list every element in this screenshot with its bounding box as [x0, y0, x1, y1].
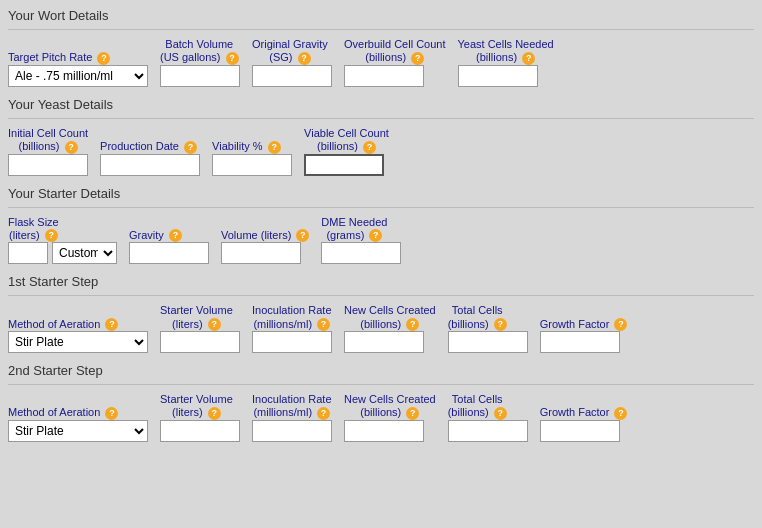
- step1-growth-label: Growth Factor ?: [540, 318, 628, 332]
- step1-volume-label: Starter Volume (liters) ?: [160, 304, 233, 331]
- cell-count-input[interactable]: 100: [8, 154, 88, 176]
- batch-volume-help-icon[interactable]: ?: [226, 52, 239, 65]
- step2-aeration-help-icon[interactable]: ?: [105, 407, 118, 420]
- step2-total-input[interactable]: 2542: [448, 420, 528, 442]
- volume-field: Volume (liters) ? 2.5: [221, 229, 309, 265]
- volume-help-icon[interactable]: ?: [296, 229, 309, 242]
- step1-inoc-help-icon[interactable]: ?: [317, 318, 330, 331]
- step2-aeration-field: Method of Aeration ? Stir Plate Shake Fl…: [8, 406, 148, 442]
- step1-title: 1st Starter Step: [8, 274, 754, 289]
- dme-help-icon[interactable]: ?: [369, 229, 382, 242]
- step2-growth-input[interactable]: 5.01: [540, 420, 620, 442]
- step1-growth-help-icon[interactable]: ?: [614, 318, 627, 331]
- starter-row: Flask Size (liters) ? 5 Custom 0.5 1 2 3…: [8, 216, 754, 265]
- flask-size-label: Flask Size (liters) ?: [8, 216, 59, 243]
- step2-volume-input[interactable]: 15: [160, 420, 240, 442]
- og-input[interactable]: 1.060: [252, 65, 332, 87]
- step2-volume-help-icon[interactable]: ?: [208, 407, 221, 420]
- pitch-rate-label: Target Pitch Rate ?: [8, 51, 110, 65]
- volume-input[interactable]: 2.5: [221, 242, 301, 264]
- yeast-section: Your Yeast Details Initial Cell Count (b…: [8, 97, 754, 176]
- starter-section: Your Starter Details Flask Size (liters)…: [8, 186, 754, 265]
- step1-new-cells-input[interactable]: 353: [344, 331, 424, 353]
- og-help-icon[interactable]: ?: [298, 52, 311, 65]
- overbuild-help-icon[interactable]: ?: [411, 52, 424, 65]
- yeast-row: Initial Cell Count (billions) ? 100 Prod…: [8, 127, 754, 176]
- viability-input[interactable]: 70: [212, 154, 292, 176]
- flask-custom-select[interactable]: Custom 0.5 1 2 3 4 5: [52, 242, 117, 264]
- pitch-rate-field: Target Pitch Rate ? Ale - .75 million/ml…: [8, 51, 148, 87]
- dme-label: DME Needed (grams) ?: [321, 216, 387, 243]
- cells-needed-help-icon[interactable]: ?: [522, 52, 535, 65]
- flask-size-input[interactable]: 5: [8, 242, 48, 264]
- step2-new-cells-help-icon[interactable]: ?: [406, 407, 419, 420]
- step2-volume-field: Starter Volume (liters) ? 15: [160, 393, 240, 442]
- starter-title: Your Starter Details: [8, 186, 754, 201]
- step1-volume-help-icon[interactable]: ?: [208, 318, 221, 331]
- pitch-rate-select[interactable]: Ale - .75 million/ml Lager - 1.5 million…: [8, 65, 148, 87]
- viable-cell-label: Viable Cell Count (billions) ?: [304, 127, 389, 154]
- step1-aeration-select[interactable]: Stir Plate Shake Flask No Aeration: [8, 331, 148, 353]
- step1-volume-input[interactable]: 2.5: [160, 331, 240, 353]
- step2-inoc-help-icon[interactable]: ?: [317, 407, 330, 420]
- viable-cell-field: Viable Cell Count (billions) ? 70: [304, 127, 389, 176]
- step2-total-field: Total Cells (billions) ? 2542: [448, 393, 528, 442]
- overbuild-field: Overbuild Cell Count (billions) ? 0: [344, 38, 446, 87]
- dme-field: DME Needed (grams) ? 252: [321, 216, 401, 265]
- step1-inoc-label: Inoculation Rate (millions/ml) ?: [252, 304, 332, 331]
- overbuild-input[interactable]: 0: [344, 65, 424, 87]
- step1-inoc-field: Inoculation Rate (millions/ml) ? 28: [252, 304, 332, 353]
- step1-total-field: Total Cells (billions) ? 423: [448, 304, 528, 353]
- step2-new-cells-input[interactable]: 2119: [344, 420, 424, 442]
- step2-total-label: Total Cells (billions) ?: [448, 393, 507, 420]
- step1-aeration-label: Method of Aeration ?: [8, 318, 118, 332]
- flask-input-row: 5 Custom 0.5 1 2 3 4 5: [8, 242, 117, 264]
- step1-new-cells-help-icon[interactable]: ?: [406, 318, 419, 331]
- viable-cell-input[interactable]: 70: [304, 154, 384, 176]
- gravity-label: Gravity ?: [129, 229, 182, 243]
- flask-help-icon[interactable]: ?: [45, 229, 58, 242]
- dme-input[interactable]: 252: [321, 242, 401, 264]
- step1-aeration-help-icon[interactable]: ?: [105, 318, 118, 331]
- step1-inoc-input[interactable]: 28: [252, 331, 332, 353]
- step1-total-label: Total Cells (billions) ?: [448, 304, 507, 331]
- viability-label: Viability % ?: [212, 140, 281, 154]
- yeast-title: Your Yeast Details: [8, 97, 754, 112]
- flask-size-field: Flask Size (liters) ? 5 Custom 0.5 1 2 3…: [8, 216, 117, 265]
- step2-growth-help-icon[interactable]: ?: [614, 407, 627, 420]
- step2-inoc-input[interactable]: 28.2: [252, 420, 332, 442]
- step1-aeration-field: Method of Aeration ? Stir Plate Shake Fl…: [8, 318, 148, 354]
- step2-inoc-label: Inoculation Rate (millions/ml) ?: [252, 393, 332, 420]
- step1-total-input[interactable]: 423: [448, 331, 528, 353]
- viable-cell-help-icon[interactable]: ?: [363, 141, 376, 154]
- og-field: Original Gravity (SG) ? 1.060: [252, 38, 332, 87]
- pitch-rate-help-icon[interactable]: ?: [97, 52, 110, 65]
- cell-count-label: Initial Cell Count (billions) ?: [8, 127, 88, 154]
- cell-count-help-icon[interactable]: ?: [65, 141, 78, 154]
- step2-new-cells-label: New Cells Created (billions) ?: [344, 393, 436, 420]
- gravity-input[interactable]: 1.037: [129, 242, 209, 264]
- step2-growth-field: Growth Factor ? 5.01: [540, 406, 628, 442]
- viability-help-icon[interactable]: ?: [268, 141, 281, 154]
- viability-field: Viability % ? 70: [212, 140, 292, 176]
- prod-date-field: Production Date ? 12/04/2020: [100, 140, 200, 176]
- prod-date-help-icon[interactable]: ?: [184, 141, 197, 154]
- batch-volume-field: Batch Volume (US gallons) ? 31: [160, 38, 240, 87]
- cells-needed-field: Yeast Cells Needed (billions) ? 1297: [458, 38, 554, 87]
- step1-new-cells-field: New Cells Created (billions) ? 353: [344, 304, 436, 353]
- step2-total-help-icon[interactable]: ?: [494, 407, 507, 420]
- batch-volume-label: Batch Volume (US gallons) ?: [160, 38, 239, 65]
- gravity-help-icon[interactable]: ?: [169, 229, 182, 242]
- batch-volume-input[interactable]: 31: [160, 65, 240, 87]
- og-label: Original Gravity (SG) ?: [252, 38, 328, 65]
- step1-volume-field: Starter Volume (liters) ? 2.5: [160, 304, 240, 353]
- prod-date-label: Production Date ?: [100, 140, 197, 154]
- prod-date-input[interactable]: 12/04/2020: [100, 154, 200, 176]
- step1-growth-input[interactable]: 5.04: [540, 331, 620, 353]
- step2-new-cells-field: New Cells Created (billions) ? 2119: [344, 393, 436, 442]
- step1-total-help-icon[interactable]: ?: [494, 318, 507, 331]
- step2-volume-label: Starter Volume (liters) ?: [160, 393, 233, 420]
- step2-aeration-select[interactable]: Stir Plate Shake Flask No Aeration: [8, 420, 148, 442]
- step1-section: 1st Starter Step Method of Aeration ? St…: [8, 274, 754, 353]
- cells-needed-input[interactable]: 1297: [458, 65, 538, 87]
